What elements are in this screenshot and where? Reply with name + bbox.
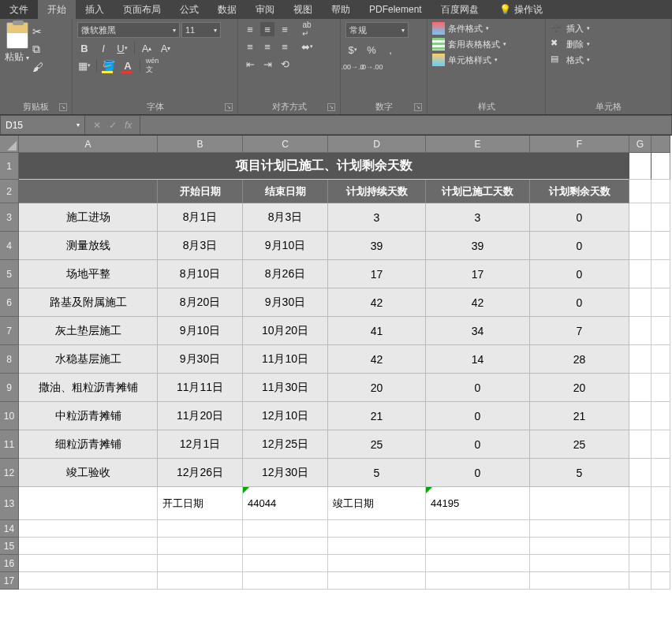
row-header[interactable]: 14 [0,520,19,538]
cell[interactable]: 开工日期 [158,487,243,520]
merge-center-icon[interactable]: ⬌▾ [300,39,314,54]
cell[interactable]: 39 [328,232,426,260]
tab-pdfelement[interactable]: PDFelement [360,0,431,19]
cell[interactable] [426,555,530,572]
align-top-icon[interactable]: ≡ [243,22,257,36]
cell[interactable] [651,402,670,430]
indent-increase-icon[interactable]: ⇥ [260,57,274,71]
cell[interactable]: 3 [426,203,530,232]
cell[interactable]: 计划已施工天数 [426,180,530,203]
align-launcher[interactable]: ↘ [327,103,335,111]
cell[interactable] [629,402,651,430]
cell[interactable]: 11月30日 [243,374,328,402]
cell[interactable]: 9月10日 [243,232,328,260]
delete-cells-button[interactable]: ✖删除 ▾ [551,38,666,50]
cell[interactable]: 12月26日 [158,459,243,487]
cell[interactable]: 0 [426,402,530,430]
worksheet[interactable]: ABCDEFG 1234567891011121314151617 项目计划已施… [0,136,672,640]
cell[interactable] [19,520,158,538]
fill-color-button[interactable]: 🪣 [102,58,116,73]
cell[interactable]: 3 [328,203,426,232]
underline-button[interactable]: U▾ [115,41,129,55]
indent-decrease-icon[interactable]: ⇤ [243,57,257,71]
row-header[interactable]: 12 [0,459,19,487]
cell[interactable]: 8月1日 [158,203,243,232]
cell[interactable]: 12月10日 [243,402,328,430]
cell[interactable]: 17 [426,260,530,288]
row-header[interactable]: 17 [0,572,19,590]
cell[interactable]: 路基及附属施工 [19,288,158,317]
select-all-corner[interactable] [0,136,19,153]
cell[interactable] [530,555,629,572]
cell[interactable] [651,153,670,180]
decrease-decimal-icon[interactable]: .0→.00 [364,60,379,74]
cell[interactable]: 42 [328,345,426,374]
cut-icon[interactable]: ✂ [32,25,43,38]
insert-cells-button[interactable]: ➕插入 ▾ [551,22,666,35]
cell[interactable]: 25 [328,430,426,459]
cell[interactable]: 细粒沥青摊铺 [19,430,158,459]
cell[interactable]: 0 [426,430,530,459]
tab-view[interactable]: 视图 [284,0,322,19]
cell[interactable] [530,487,629,520]
cell[interactable] [629,232,651,260]
cell[interactable]: 20 [328,374,426,402]
row-header[interactable]: 1 [0,153,19,180]
cell[interactable]: 10月20日 [243,317,328,345]
increase-decimal-icon[interactable]: .00→.0 [345,60,360,74]
font-size-combo[interactable]: 11▾ [181,22,221,38]
grow-font-button[interactable]: A▴ [140,41,154,55]
cell[interactable] [426,572,530,590]
border-button[interactable]: ▦▾ [77,58,91,73]
cell[interactable] [243,520,328,538]
paste-button[interactable]: 粘贴 ▾ [5,50,29,64]
conditional-formatting-button[interactable]: 条件格式 ▾ [432,22,540,35]
align-right-icon[interactable]: ≡ [278,39,292,54]
cell[interactable]: 42 [426,288,530,317]
cell[interactable]: 21 [530,402,629,430]
cell[interactable] [651,538,670,555]
cell[interactable]: 0 [530,260,629,288]
cell[interactable] [651,232,670,260]
paste-icon[interactable] [6,22,28,49]
cell[interactable] [243,538,328,555]
cell[interactable]: 中粒沥青摊铺 [19,402,158,430]
row-header[interactable]: 8 [0,345,19,374]
cell[interactable] [629,203,651,232]
shrink-font-button[interactable]: A▾ [159,41,173,55]
percent-icon[interactable]: % [364,43,379,57]
enter-formula-icon[interactable]: ✓ [109,120,117,131]
cell[interactable]: 9月30日 [158,345,243,374]
cell[interactable] [651,180,670,203]
cell[interactable]: 17 [328,260,426,288]
cell[interactable]: 竣工验收 [19,459,158,487]
cell[interactable] [651,459,670,487]
column-header[interactable]: F [530,136,629,153]
cell[interactable]: 11月20日 [158,402,243,430]
tab-insert[interactable]: 插入 [76,0,114,19]
column-header[interactable]: D [328,136,426,153]
cell[interactable] [651,430,670,459]
cell[interactable]: 撒油、粗粒沥青摊铺 [19,374,158,402]
row-header[interactable]: 6 [0,288,19,317]
cell[interactable]: 14 [426,345,530,374]
cell[interactable]: 0 [426,459,530,487]
cell[interactable]: 8月10日 [158,260,243,288]
name-box[interactable]: D15▾ [0,115,85,135]
cell[interactable] [629,317,651,345]
cell[interactable] [328,538,426,555]
cell[interactable]: 39 [426,232,530,260]
cell[interactable] [629,180,651,203]
wrap-text-icon[interactable]: ab↵ [300,22,314,36]
fx-icon[interactable]: fx [125,120,132,131]
cell[interactable]: 0 [426,374,530,402]
cell[interactable] [243,572,328,590]
cell[interactable]: 11月10日 [243,345,328,374]
tab-page-layout[interactable]: 页面布局 [114,0,170,19]
cell[interactable]: 0 [530,288,629,317]
cell[interactable]: 项目计划已施工、计划剩余天数 [19,153,629,180]
cell[interactable] [629,288,651,317]
bold-button[interactable]: B [77,41,91,55]
cell[interactable]: 灰土垫层施工 [19,317,158,345]
font-name-combo[interactable]: 微软雅黑▾ [77,22,180,38]
